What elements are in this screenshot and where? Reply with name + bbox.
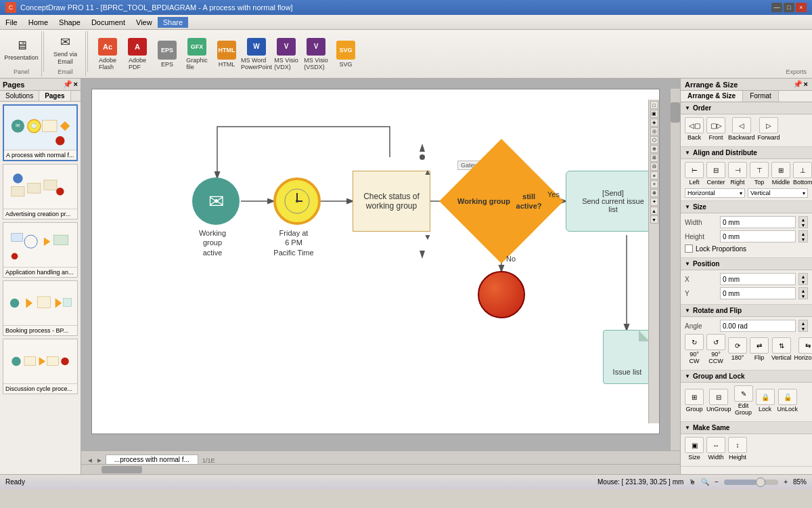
width-down[interactable]: ▼ <box>799 222 807 228</box>
back-button[interactable]: ◁▢ <box>685 117 704 133</box>
width-up[interactable]: ▲ <box>799 217 807 222</box>
menu-document[interactable]: Document <box>86 17 131 28</box>
make-same-section-header[interactable]: Make Same <box>681 422 812 434</box>
adobe-flash-button[interactable]: Ac AdobeFlash <box>93 38 122 70</box>
tab-nav-right[interactable]: ► <box>96 457 103 464</box>
angle-input[interactable] <box>720 320 796 332</box>
tab-nav-left[interactable]: ◄ <box>87 457 93 464</box>
height-down[interactable]: ▼ <box>799 236 807 242</box>
lock-button[interactable]: 🔒 <box>756 389 775 405</box>
panel-pin-icon[interactable]: 📌 <box>63 80 72 89</box>
y-spinner[interactable]: ▲ ▼ <box>798 287 808 299</box>
vtool-6[interactable]: ⊕ <box>650 145 658 153</box>
unlock-button[interactable]: 🔓 <box>778 389 797 405</box>
right-panel-pin-icon[interactable]: 📌 <box>793 80 803 89</box>
scroll-thumb-h[interactable] <box>102 466 142 473</box>
send-task[interactable]: [Send]Send current issuelist <box>566 171 660 232</box>
align-section-header[interactable]: Align and Distribute <box>681 147 812 159</box>
html-button[interactable]: HTML HTML <box>212 38 241 70</box>
lock-proportions-checkbox[interactable] <box>685 245 693 253</box>
x-up[interactable]: ▲ <box>799 274 807 279</box>
angle-spinner[interactable]: ▲ ▼ <box>798 320 808 332</box>
check-status-task[interactable]: Check status ofworking group <box>353 171 430 232</box>
vtool-4[interactable]: ◎ <box>650 127 658 135</box>
minimize-button[interactable]: — <box>771 3 782 12</box>
height-input[interactable] <box>720 230 796 242</box>
maximize-button[interactable]: □ <box>784 3 794 12</box>
zoom-in-button[interactable]: + <box>784 478 788 486</box>
group-section-header[interactable]: Group and Lock <box>681 371 812 383</box>
vertical-scrollbar[interactable] <box>670 89 680 450</box>
graphic-file-button[interactable]: GFX Graphicfile <box>183 38 211 70</box>
rotate-180-button[interactable]: ⟳ <box>728 337 747 354</box>
x-down[interactable]: ▼ <box>799 279 807 284</box>
menu-home[interactable]: Home <box>23 17 53 28</box>
ungroup-button[interactable]: ⊟ <box>709 389 728 405</box>
page-thumb-3[interactable]: Application handling an... <box>3 222 78 278</box>
scroll-thumb-v[interactable] <box>671 102 680 123</box>
canvas-background[interactable]: ✉ Working group active <box>81 79 680 450</box>
front-button[interactable]: ▢▷ <box>706 117 725 133</box>
start-event-envelope[interactable]: ✉ <box>192 177 240 225</box>
right-panel-close-icon[interactable]: × <box>804 80 808 89</box>
svg-button[interactable]: SVG SVG <box>332 38 360 70</box>
align-center-button[interactable]: ⊟ <box>706 162 725 178</box>
vtool-1[interactable]: □ <box>650 101 658 109</box>
ms-visio-vsdx-button[interactable]: V MS Visio(VSDX) <box>302 38 330 70</box>
angle-down[interactable]: ▼ <box>799 326 807 331</box>
flip-horizontal-button[interactable]: ⇆ <box>798 337 812 354</box>
vtool-14[interactable]: ▼ <box>650 215 658 224</box>
zoom-thumb[interactable] <box>756 478 765 487</box>
width-spinner[interactable]: ▲ ▼ <box>798 216 808 228</box>
align-top-button[interactable]: ⊤ <box>750 162 769 178</box>
page-thumb-5[interactable]: Discussion cycle proce... <box>3 339 78 394</box>
vtool-11[interactable]: ⊗ <box>650 189 658 197</box>
make-same-height-button[interactable]: ↕ <box>728 437 747 453</box>
terminate-event[interactable] <box>478 271 525 318</box>
vtool-7[interactable]: ⊞ <box>650 154 658 162</box>
close-button[interactable]: × <box>796 3 807 12</box>
zoom-slider[interactable] <box>724 480 778 485</box>
size-section-header[interactable]: Size <box>681 201 812 213</box>
x-spinner[interactable]: ▲ ▼ <box>798 273 808 285</box>
align-bottom-button[interactable]: ⊥ <box>793 162 812 178</box>
adobe-pdf-button[interactable]: A AdobePDF <box>123 38 152 70</box>
flip-button[interactable]: ⇄ <box>750 337 769 354</box>
menu-shape[interactable]: Shape <box>53 17 86 28</box>
vtool-9[interactable]: ≡ <box>650 171 658 179</box>
rotate-90cw-button[interactable]: ↻ <box>685 334 704 350</box>
horizontal-dropdown[interactable]: Horizontal ▾ <box>685 188 745 198</box>
rotate-90ccw-button[interactable]: ↺ <box>706 334 725 350</box>
y-down[interactable]: ▼ <box>799 293 807 299</box>
menu-file[interactable]: File <box>0 17 23 28</box>
position-section-header[interactable]: Position <box>681 258 812 270</box>
vtool-10[interactable]: ⌖ <box>650 180 658 188</box>
pages-tab[interactable]: Pages <box>39 91 70 101</box>
ms-visio-vdx-button[interactable]: V MS Visio(VDX) <box>272 38 300 70</box>
send-email-button[interactable]: ✉ Send viaEmail <box>51 34 80 66</box>
page-thumb-2[interactable]: Advertising creation pr... <box>3 164 78 219</box>
page-thumb-4[interactable]: Booking process - BP... <box>3 280 78 336</box>
y-input[interactable] <box>720 287 796 299</box>
angle-up[interactable]: ▲ <box>799 320 807 326</box>
forward-button[interactable]: ▷ <box>759 117 778 133</box>
group-button[interactable]: ⊞ <box>685 389 704 405</box>
height-spinner[interactable]: ▲ ▼ <box>798 230 808 242</box>
menu-share[interactable]: Share <box>158 17 188 28</box>
horizontal-scrollbar[interactable] <box>81 464 680 474</box>
ms-word-button[interactable]: W MS WordPowerPoint <box>242 38 271 70</box>
arrange-size-tab[interactable]: Arrange & Size <box>681 91 743 102</box>
vtool-12[interactable]: ✦ <box>650 198 658 206</box>
x-input[interactable] <box>720 273 796 285</box>
align-middle-button[interactable]: ⊞ <box>771 162 790 178</box>
backward-button[interactable]: ◁ <box>732 117 751 133</box>
make-same-width-button[interactable]: ↔ <box>706 437 725 453</box>
align-right-button[interactable]: ⊣ <box>728 162 747 178</box>
panel-close-icon[interactable]: × <box>74 80 78 89</box>
page-thumb-1[interactable]: ✉ 🕕 A process with normal f... <box>3 104 78 161</box>
make-same-size-button[interactable]: ▣ <box>685 437 704 453</box>
vtool-13[interactable]: ▲ <box>650 207 658 215</box>
vtool-2[interactable]: ▣ <box>650 110 658 118</box>
order-section-header[interactable]: Order <box>681 102 812 114</box>
align-left-button[interactable]: ⊢ <box>685 162 704 178</box>
